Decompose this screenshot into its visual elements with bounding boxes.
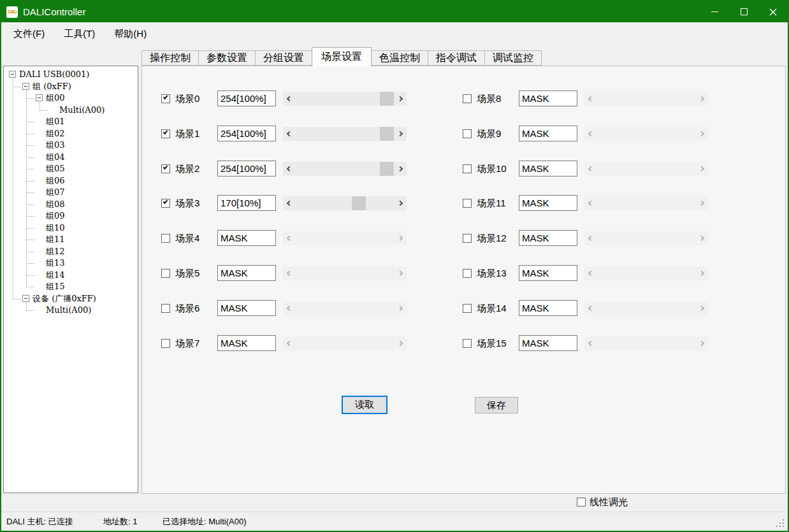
scene-checkbox[interactable]	[463, 94, 472, 103]
scene-checkbox[interactable]	[463, 339, 472, 348]
scene-checkbox[interactable]	[161, 199, 170, 208]
scroll-left-arrow-icon[interactable]	[584, 92, 597, 106]
save-button[interactable]: 保存	[475, 397, 518, 413]
scene-scrollbar[interactable]	[584, 301, 708, 315]
scene-value-input[interactable]	[519, 126, 577, 141]
tree-item[interactable]: 组08	[4, 199, 138, 210]
scrollbar-thumb[interactable]	[380, 162, 394, 176]
menu-item-0[interactable]: 文件(F)	[4, 22, 54, 46]
scroll-right-arrow-icon[interactable]	[394, 231, 407, 245]
scene-scrollbar[interactable]	[584, 196, 708, 210]
tree-collapse-icon[interactable]	[36, 94, 43, 101]
tree-item[interactable]: 组00	[4, 92, 138, 104]
read-button[interactable]: 读取	[342, 396, 387, 414]
tree-item[interactable]: 组06	[4, 175, 138, 187]
scroll-left-arrow-icon[interactable]	[283, 127, 296, 141]
scene-scrollbar[interactable]	[584, 127, 708, 141]
tree-item[interactable]: 设备 (广播0xFF)	[4, 293, 138, 305]
scene-scrollbar[interactable]	[283, 266, 407, 280]
scene-value-input[interactable]	[217, 126, 276, 141]
scroll-left-arrow-icon[interactable]	[584, 266, 597, 280]
scene-value-input[interactable]	[519, 265, 577, 281]
scene-checkbox[interactable]	[463, 129, 472, 138]
tree-item[interactable]: 组12	[4, 246, 138, 257]
tree-item[interactable]: 组14	[4, 270, 138, 281]
scene-scrollbar[interactable]	[283, 196, 407, 210]
tree-item[interactable]: 组13	[4, 257, 138, 269]
scene-scrollbar[interactable]	[283, 231, 407, 245]
scroll-right-arrow-icon[interactable]	[394, 127, 407, 141]
scroll-right-arrow-icon[interactable]	[695, 92, 708, 106]
scroll-right-arrow-icon[interactable]	[394, 92, 407, 106]
tree-item[interactable]: 组05	[4, 163, 138, 175]
tree-item[interactable]: Multi(A00)	[4, 305, 138, 316]
scene-checkbox[interactable]	[463, 164, 472, 173]
linear-dimming-checkbox[interactable]	[577, 498, 586, 507]
scroll-left-arrow-icon[interactable]	[283, 301, 296, 315]
scene-value-input[interactable]	[217, 195, 276, 211]
tab-2[interactable]: 分组设置	[255, 50, 312, 66]
scroll-left-arrow-icon[interactable]	[584, 231, 597, 245]
tree-collapse-icon[interactable]	[22, 295, 29, 302]
scene-value-input[interactable]	[217, 90, 276, 106]
tab-5[interactable]: 指令调试	[428, 50, 485, 66]
scene-checkbox[interactable]	[161, 164, 170, 173]
scene-checkbox[interactable]	[161, 234, 170, 243]
scroll-left-arrow-icon[interactable]	[584, 301, 597, 315]
scene-scrollbar[interactable]	[584, 336, 708, 350]
scroll-right-arrow-icon[interactable]	[394, 336, 407, 350]
scrollbar-thumb[interactable]	[380, 92, 394, 106]
scene-scrollbar[interactable]	[283, 301, 407, 315]
tree-item[interactable]: DALI USB(0001)	[4, 69, 138, 80]
scroll-right-arrow-icon[interactable]	[695, 162, 708, 176]
scroll-right-arrow-icon[interactable]	[394, 266, 407, 280]
scene-scrollbar[interactable]	[584, 92, 708, 106]
scroll-right-arrow-icon[interactable]	[394, 196, 407, 210]
scene-value-input[interactable]	[217, 230, 276, 246]
scene-checkbox[interactable]	[463, 199, 472, 208]
tab-6[interactable]: 调试监控	[484, 50, 542, 66]
scroll-right-arrow-icon[interactable]	[695, 231, 708, 245]
scene-checkbox[interactable]	[161, 304, 170, 313]
scroll-right-arrow-icon[interactable]	[695, 336, 708, 350]
scene-checkbox[interactable]	[161, 269, 170, 278]
close-button[interactable]	[758, 1, 788, 22]
scroll-left-arrow-icon[interactable]	[283, 231, 296, 245]
maximize-button[interactable]	[729, 1, 758, 22]
scene-value-input[interactable]	[519, 161, 577, 176]
scroll-left-arrow-icon[interactable]	[283, 266, 296, 280]
scroll-left-arrow-icon[interactable]	[283, 336, 296, 350]
tree-item[interactable]: 组11	[4, 234, 138, 245]
tree-item[interactable]: 组04	[4, 152, 138, 163]
scene-value-input[interactable]	[519, 195, 577, 211]
scene-scrollbar[interactable]	[584, 162, 708, 176]
tree-item[interactable]: 组 (0xFF)	[4, 81, 138, 92]
scene-checkbox[interactable]	[161, 339, 170, 348]
tab-1[interactable]: 参数设置	[198, 50, 256, 66]
scene-scrollbar[interactable]	[283, 162, 407, 176]
scene-scrollbar[interactable]	[584, 266, 708, 280]
scene-scrollbar[interactable]	[283, 92, 407, 106]
scroll-right-arrow-icon[interactable]	[695, 196, 708, 210]
tree-collapse-icon[interactable]	[9, 71, 16, 78]
resize-grip-icon[interactable]	[776, 526, 778, 527]
scroll-right-arrow-icon[interactable]	[695, 301, 708, 315]
tree-collapse-icon[interactable]	[22, 83, 29, 90]
scene-scrollbar[interactable]	[283, 336, 407, 350]
scroll-right-arrow-icon[interactable]	[695, 266, 708, 280]
scene-value-input[interactable]	[519, 90, 577, 106]
scroll-left-arrow-icon[interactable]	[283, 196, 296, 210]
scene-value-input[interactable]	[217, 300, 276, 316]
minimize-button[interactable]	[700, 1, 729, 22]
scene-checkbox[interactable]	[463, 269, 472, 278]
tree-item[interactable]: Multi(A00)	[4, 104, 138, 116]
scene-checkbox[interactable]	[161, 94, 170, 103]
scrollbar-thumb[interactable]	[352, 196, 366, 210]
scroll-left-arrow-icon[interactable]	[584, 196, 597, 210]
scrollbar-thumb[interactable]	[380, 127, 394, 141]
scene-scrollbar[interactable]	[584, 231, 708, 245]
scroll-left-arrow-icon[interactable]	[584, 336, 597, 350]
scene-checkbox[interactable]	[463, 304, 472, 313]
scene-scrollbar[interactable]	[283, 127, 407, 141]
scroll-left-arrow-icon[interactable]	[283, 92, 296, 106]
